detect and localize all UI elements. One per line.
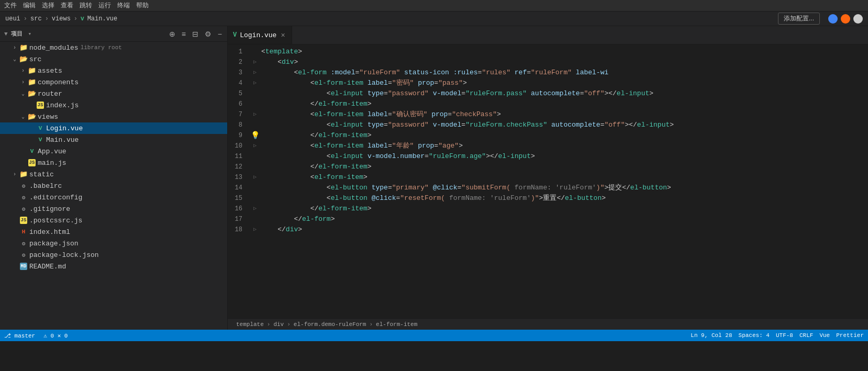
status-spaces: Spaces: 4 xyxy=(739,332,770,339)
code-line-3: 3 ▷ <el-form :model="ruleForm" status-ic… xyxy=(228,68,868,78)
sep2: › xyxy=(45,15,49,23)
tree-item-components[interactable]: › 📁 components xyxy=(0,76,227,88)
tree-label-main-vue: Main.vue xyxy=(46,136,79,144)
tree-item-index-js[interactable]: JS index.js xyxy=(0,99,227,111)
status-bar-right: Ln 9, Col 28 Spaces: 4 UTF-8 CRLF Vue Pr… xyxy=(691,332,864,339)
menu-bar: 文件 编辑 选择 查看 跳转 运行 终端 帮助 xyxy=(0,0,868,12)
tree-item-main-vue[interactable]: V Main.vue xyxy=(0,134,227,145)
spacer-readme xyxy=(10,262,19,271)
folder-icon: 📁 xyxy=(19,43,28,52)
code-line-4: 4 ▷ <el-form-item label="密码" prop="pass"… xyxy=(228,78,868,88)
spacer-babelrc xyxy=(10,182,19,190)
tree-item-app-vue[interactable]: V App.vue xyxy=(0,145,227,157)
folder-icon-components: 📁 xyxy=(27,78,37,86)
breadcrumb-bar: ueui › src › views › V Main.vue 添加配置... xyxy=(0,12,868,26)
menu-select[interactable]: 选择 xyxy=(42,1,54,10)
spacer-main xyxy=(27,136,36,144)
tree-item-postcssrc[interactable]: JS .postcssrc.js xyxy=(0,215,227,226)
menu-items: 文件 编辑 选择 查看 跳转 运行 终端 帮助 xyxy=(4,1,149,10)
gutter-3: ▷ xyxy=(249,68,261,78)
tree-item-src[interactable]: ⌄ 📂 src xyxy=(0,53,227,65)
tree-label-assets: assets xyxy=(38,67,62,75)
breadcrumb-part-ueui[interactable]: ueui xyxy=(5,15,20,23)
tree-label-src: src xyxy=(29,55,41,63)
config-icon-git: ⚙ xyxy=(19,205,28,213)
code-content-13: <el-form-item> xyxy=(261,172,868,183)
spacer-mainjs xyxy=(19,159,27,167)
folder-icon-src: 📂 xyxy=(19,55,28,63)
tree-item-assets[interactable]: › 📁 assets xyxy=(0,65,227,76)
add-config-button[interactable]: 添加配置... xyxy=(778,13,820,25)
js-icon-main: JS xyxy=(27,159,37,167)
minimize-button[interactable]: − xyxy=(217,30,223,38)
menu-goto[interactable]: 跳转 xyxy=(80,1,92,10)
breadcrumb-part-mainvue[interactable]: Main.vue xyxy=(87,15,118,23)
code-content-4: <el-form-item label="密码" prop="pass"> xyxy=(261,78,868,88)
gutter-13: ▷ xyxy=(249,172,261,183)
collapse-all-button[interactable]: ⊕ xyxy=(168,30,176,38)
bsep1: › xyxy=(267,321,271,328)
tree-item-node-modules[interactable]: › 📁 node_modules library root xyxy=(0,42,227,53)
sidebar-toolbar: ⊕ ≡ ⊟ ⚙ − xyxy=(168,30,223,38)
folder-icon-router: 📂 xyxy=(27,89,37,98)
chevron-down-icon: ⌄ xyxy=(10,55,19,63)
gutter-9: 💡 xyxy=(249,130,261,141)
status-crlf: CRLF xyxy=(799,332,813,339)
tree-item-index-html[interactable]: H index.html xyxy=(0,226,227,238)
menu-edit[interactable]: 编辑 xyxy=(23,1,36,10)
code-line-14: 14 <el-button type="primary" @click="sub… xyxy=(228,183,868,193)
code-line-18: 18 ▷ </div> xyxy=(228,224,868,235)
gutter-16: ▷ xyxy=(249,204,261,214)
tree-item-editorconfig[interactable]: ⚙ .editorconfig xyxy=(0,192,227,203)
tree-label-index-js: index.js xyxy=(46,102,79,109)
tree-label-postcssrc: .postcssrc.js xyxy=(29,217,82,224)
tree-item-babelrc[interactable]: ⚙ .babelrc xyxy=(0,180,227,192)
tree-item-package-json[interactable]: ⚙ package.json xyxy=(0,238,227,249)
firefox-icon xyxy=(841,14,850,24)
sidebar-dropdown-icon[interactable]: ▾ xyxy=(28,30,32,37)
tree-item-router[interactable]: ⌄ 📂 router xyxy=(0,88,227,99)
code-content-17: </el-form> xyxy=(261,214,868,224)
config-icon-editor: ⚙ xyxy=(19,193,28,201)
chevron-down-icon-router: ⌄ xyxy=(19,89,27,98)
menu-file[interactable]: 文件 xyxy=(4,1,17,10)
editor-area: V Login.vue × 1 <template> 2 ▷ <div> 3 xyxy=(228,26,868,330)
expand-all-button[interactable]: ≡ xyxy=(181,30,187,38)
sidebar-collapse-icon[interactable]: ▼ xyxy=(4,31,8,37)
code-editor[interactable]: 1 <template> 2 ▷ <div> 3 ▷ <el-form :mod… xyxy=(228,44,868,318)
settings-button[interactable]: ⚙ xyxy=(204,30,213,38)
status-lang: Vue xyxy=(819,332,830,339)
menu-view[interactable]: 查看 xyxy=(61,1,73,10)
line-num-13: 13 xyxy=(228,172,249,183)
menu-help[interactable]: 帮助 xyxy=(136,1,149,10)
tab-login-vue[interactable]: V Login.vue × xyxy=(228,26,292,44)
line-num-3: 3 xyxy=(228,68,249,78)
tree-item-static[interactable]: › 📁 static xyxy=(0,168,227,180)
breadcrumb-part-src[interactable]: src xyxy=(30,15,42,23)
code-content-9: </el-form-item> xyxy=(261,130,868,141)
line-num-10: 10 xyxy=(228,141,249,151)
chrome-icon xyxy=(828,14,838,24)
menu-run[interactable]: 运行 xyxy=(98,1,111,10)
breadcrumb-part-views[interactable]: views xyxy=(52,15,71,23)
tree-item-views[interactable]: ⌄ 📂 views xyxy=(0,111,227,122)
chevron-down-icon-views: ⌄ xyxy=(19,113,27,121)
spacer-editorconfig xyxy=(10,193,19,201)
spacer-postcssrc xyxy=(10,216,19,224)
tree-item-package-lock[interactable]: ⚙ package-lock.json xyxy=(0,249,227,261)
tree-item-main-js[interactable]: JS main.js xyxy=(0,157,227,168)
tree-item-login-vue[interactable]: V Login.vue xyxy=(0,122,227,134)
gutter-7: ▷ xyxy=(249,109,261,120)
code-content-15: <el-button @click="resetForm( formName: … xyxy=(261,193,868,204)
tree-item-gitignore[interactable]: ⚙ .gitignore xyxy=(0,203,227,215)
folder-icon-views: 📂 xyxy=(27,113,37,121)
split-button[interactable]: ⊟ xyxy=(191,30,199,38)
breadcrumb-vue-icon: V xyxy=(81,16,84,22)
code-content-6: </el-form-item> xyxy=(261,99,868,109)
code-line-8: 8 <el-input type="password" v-model="rul… xyxy=(228,120,868,130)
spacer-app xyxy=(19,147,27,155)
tree-item-readme[interactable]: MD README.md xyxy=(0,261,227,272)
tab-close-button[interactable]: × xyxy=(280,31,286,39)
line-num-8: 8 xyxy=(228,120,249,130)
menu-terminal[interactable]: 终端 xyxy=(117,1,130,10)
